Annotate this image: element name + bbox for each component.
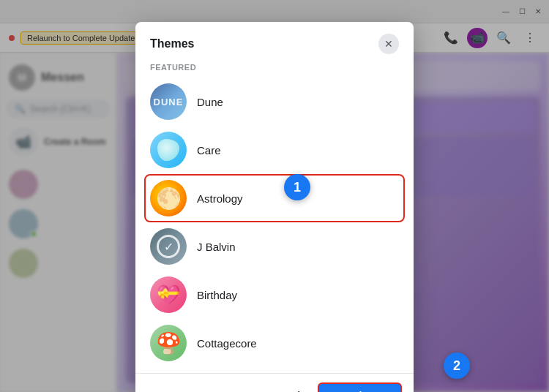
- theme-item-dune[interactable]: dune Dune: [144, 78, 405, 126]
- astrology-theme-name: Astrology: [197, 192, 243, 205]
- cottagecore-theme-icon: 🍄: [150, 325, 187, 361]
- dialog-title: Themes: [150, 37, 194, 50]
- theme-item-astrology[interactable]: 🌕 Astrology: [144, 174, 405, 222]
- theme-item-birthday[interactable]: 💝 Birthday: [144, 271, 405, 319]
- dune-theme-name: Dune: [197, 96, 223, 108]
- dialog-footer: Cancel Set Theme: [135, 373, 414, 392]
- jbalvin-theme-icon: ✓: [150, 228, 187, 265]
- dune-theme-icon: dune: [150, 83, 187, 120]
- birthday-theme-icon: 💝: [150, 276, 187, 313]
- annotation-circle-1: 1: [284, 174, 310, 200]
- set-theme-button[interactable]: Set Theme: [318, 382, 402, 392]
- care-theme-icon: [150, 132, 187, 168]
- featured-label: FEATURED: [135, 60, 414, 78]
- theme-item-care[interactable]: Care: [144, 126, 405, 174]
- birthday-theme-name: Birthday: [197, 289, 237, 301]
- jbalvin-theme-name: J Balvin: [197, 241, 236, 253]
- annotation-circle-2: 2: [444, 353, 470, 379]
- astrology-theme-icon: 🌕: [150, 180, 187, 216]
- cottagecore-theme-name: Cottagecore: [197, 337, 257, 350]
- cancel-button[interactable]: Cancel: [255, 384, 312, 392]
- dialog-header: Themes ✕: [135, 22, 414, 60]
- theme-item-cottagecore[interactable]: 🍄 Cottagecore: [144, 319, 405, 367]
- modal-overlay: Themes ✕ FEATURED dune Dune Care: [0, 0, 549, 392]
- theme-list: dune Dune Care 🌕 Astrology: [135, 78, 414, 367]
- themes-dialog: Themes ✕ FEATURED dune Dune Care: [135, 22, 414, 392]
- care-theme-name: Care: [197, 144, 221, 157]
- theme-item-jbalvin[interactable]: ✓ J Balvin: [144, 222, 405, 271]
- dialog-close-button[interactable]: ✕: [378, 34, 399, 54]
